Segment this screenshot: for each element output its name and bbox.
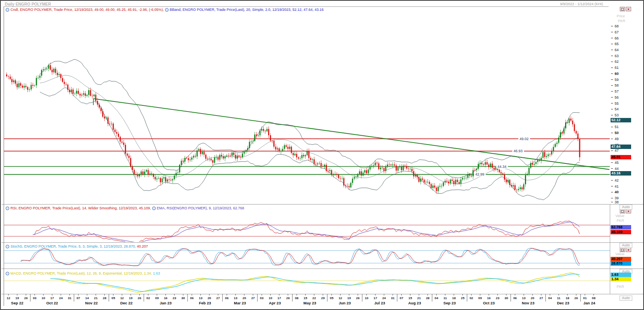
stoch-legend-label[interactable]: StochS, ENGRO POLYMER, Trade Price, 5, 3…	[10, 244, 137, 248]
day-label: 10	[365, 296, 368, 300]
day-label: 04	[548, 296, 552, 300]
rsi-axis-badge: 45.109	[611, 230, 631, 234]
close-icon[interactable]: ×	[626, 248, 631, 252]
stoch-legend-last[interactable]: 40.207	[137, 244, 148, 248]
price-axis-unit: PKR	[618, 19, 625, 23]
restore-icon[interactable]	[620, 7, 625, 11]
month-label: Jun 23	[339, 301, 351, 305]
series-icon	[6, 272, 9, 275]
day-label: 07	[400, 296, 403, 300]
price-tick-label: 56	[615, 95, 619, 99]
rsi-axis-title: Value	[615, 214, 624, 218]
day-label: 19	[347, 296, 351, 300]
day-label: 06	[225, 296, 229, 300]
day-label: 12	[339, 296, 342, 300]
series-icon	[6, 245, 9, 248]
day-label: 16	[487, 296, 491, 300]
bband-legend-label[interactable]: BBand, ENGRO POLYMER, Trade Price(Last),…	[170, 8, 324, 12]
day-label: 17	[277, 296, 281, 300]
macd-legend-label[interactable]: MACD, ENGRO POLYMER, Trade Price(Last), …	[10, 271, 153, 275]
day-label: 10	[41, 296, 45, 300]
day-label: 30	[182, 296, 185, 300]
month-label: Nov 23	[522, 301, 535, 305]
day-label: 24	[382, 296, 386, 300]
day-label: 26	[138, 296, 141, 300]
hline-value-label[interactable]: 49.02	[518, 137, 530, 141]
macd-auto-scale-button[interactable]: Auto	[619, 296, 632, 301]
price-tick-label: 58	[615, 83, 619, 87]
month-label: Oct 23	[483, 301, 495, 305]
day-label: 27	[216, 296, 220, 300]
month-label: Jul 23	[374, 301, 385, 305]
hline-value-label[interactable]: 44.34	[496, 165, 508, 169]
day-label: 05	[111, 296, 115, 300]
price-tick-label: 47	[615, 149, 619, 153]
day-label: 30	[504, 296, 508, 300]
rsi-axis-unit: PKR	[617, 219, 624, 223]
price-tick-label: 40	[615, 190, 619, 194]
day-label: 22	[312, 296, 316, 300]
month-label: May 23	[303, 301, 316, 305]
day-label: 24	[59, 296, 63, 300]
price-tick-label: 41	[615, 184, 619, 188]
candle-legend-label[interactable]: Cndl, ENGRO POLYMER, Trade Price, 12/19/…	[10, 8, 165, 12]
price-axis-badge: 47.64	[611, 145, 631, 149]
day-label: 31	[68, 296, 71, 300]
month-label: Jan 24	[583, 301, 595, 305]
price-tick-label: 54	[615, 107, 619, 111]
hline-value-label[interactable]: 46.93	[512, 149, 524, 153]
day-label: 03	[33, 296, 37, 300]
month-label: Dec 22	[120, 301, 133, 305]
price-tick-label: 59	[615, 78, 619, 82]
day-label: 17	[374, 296, 377, 300]
macd-axis-badge: 1.34	[611, 277, 631, 281]
price-legend[interactable]: Cndl, ENGRO POLYMER, Trade Price, 12/19/…	[6, 8, 324, 12]
chart-plot[interactable]	[1, 1, 644, 310]
price-tick-label: 68	[615, 24, 619, 28]
price-tick-label: 66	[615, 36, 619, 40]
price-tick-label: 61	[615, 66, 619, 70]
stoch-legend[interactable]: StochS, ENGRO POLYMER, Trade Price, 5, 3…	[6, 244, 148, 248]
month-label: Feb 23	[199, 301, 211, 305]
hline-value-label[interactable]: 42.99	[474, 172, 486, 176]
rsi-ema-legend-label[interactable]: EMA, RSI(ENGRO POLYMER), 9, 12/19/2023, …	[157, 206, 244, 210]
restore-icon[interactable]	[620, 248, 625, 252]
day-label: 03	[260, 296, 264, 300]
day-label: 20	[242, 296, 246, 300]
series-icon	[6, 8, 9, 12]
price-tick-label: 63	[615, 54, 619, 58]
day-label: 27	[251, 296, 255, 300]
macd-legend[interactable]: MACD, ENGRO POLYMER, Trade Price(Last), …	[6, 271, 160, 275]
day-label: 09	[478, 296, 482, 300]
day-label: 29	[321, 296, 325, 300]
day-label: 17	[50, 296, 54, 300]
macd-axis-unit: PKR	[617, 285, 624, 289]
macd-legend-last[interactable]: 1.63	[153, 271, 160, 275]
close-icon[interactable]: ×	[626, 7, 631, 11]
rsi-auto-scale-button[interactable]: Auto	[619, 243, 632, 248]
price-tick-label: 57	[615, 89, 619, 93]
day-label: 13	[199, 296, 202, 300]
day-label: 09	[155, 296, 159, 300]
rsi-legend[interactable]: RSI, ENGRO POLYMER, Trade Price(Last), 1…	[6, 206, 244, 210]
price-axis-badge: 52.12	[611, 118, 631, 122]
day-label: 21	[417, 296, 421, 300]
day-label: 11	[557, 296, 560, 300]
day-label: 11	[444, 296, 447, 300]
day-label: 19	[15, 296, 19, 300]
day-label: 26	[286, 296, 290, 300]
day-label: 13	[522, 296, 526, 300]
chart-window: Daily ENGRO POLYMER 9/9/2022 - 1/12/2024…	[0, 0, 644, 310]
price-tick-label: 51	[615, 125, 619, 129]
price-tick-label: 64	[615, 48, 619, 52]
month-label: Mar 23	[234, 301, 246, 305]
day-label: 23	[173, 296, 176, 300]
series-icon	[165, 8, 169, 12]
month-label: Oct 22	[46, 301, 58, 305]
price-auto-scale-button[interactable]: Auto	[619, 205, 632, 210]
day-label: 07	[76, 296, 80, 300]
day-label: 25	[461, 296, 464, 300]
month-label: Sep 23	[444, 301, 456, 305]
day-label: 02	[147, 296, 150, 300]
rsi-legend-label[interactable]: RSI, ENGRO POLYMER, Trade Price(Last), 1…	[10, 206, 152, 210]
